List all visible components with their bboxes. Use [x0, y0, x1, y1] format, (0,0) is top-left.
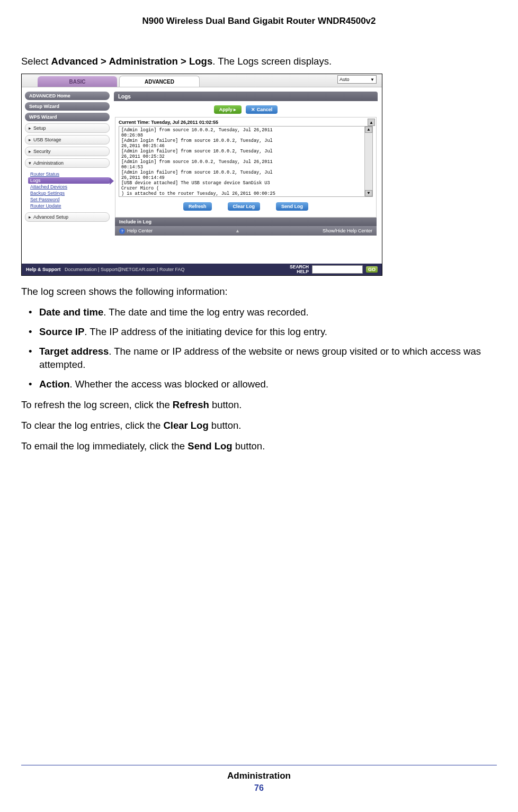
auto-refresh-select[interactable]: Auto ▼: [337, 75, 377, 84]
sidebar-item-setup[interactable]: Setup: [25, 123, 110, 133]
page-footer: Administration 76: [0, 765, 518, 793]
search-input[interactable]: [312, 265, 363, 274]
sidebar-item-label: Administration: [33, 160, 64, 166]
sidebar-advanced-home[interactable]: ADVANCED Home: [25, 92, 110, 100]
sidebar-item-label: USB Storage: [33, 137, 61, 142]
footer-links[interactable]: Documentation | Support@NETGEAR.com | Ro…: [65, 267, 184, 272]
intro-line: Select Advanced > Administration > Logs.…: [21, 56, 497, 67]
bullet-item-action: Action. Whether the access was blocked o…: [21, 378, 497, 391]
include-in-log-bar[interactable]: Include in Log: [115, 218, 377, 226]
help-support-label: Help & Support: [26, 267, 61, 272]
refresh-paragraph: To refresh the log screen, click the Ref…: [21, 399, 497, 412]
footer-bar: Help & Support Documentation | Support@N…: [22, 264, 382, 275]
chevron-right-icon: [29, 125, 33, 131]
bottom-action-row: Refresh Clear Log Send Log: [119, 197, 373, 214]
current-time-label: Current Time: Tuesday, Jul 26,2011 01:02…: [119, 120, 373, 125]
top-action-row: Apply ▸ ✕ Cancel: [114, 101, 378, 117]
sidebar-link-logs[interactable]: Logs: [28, 177, 110, 184]
log-textarea[interactable]: [Admin login] from source 10.0.0.2, Tues…: [119, 126, 373, 197]
sidebar-item-usb-storage[interactable]: USB Storage: [25, 135, 110, 145]
para-pre: To refresh the log screen, click the: [21, 399, 173, 410]
bullet-text: . Whether the access was blocked or allo…: [70, 378, 269, 390]
chevron-right-icon: [29, 214, 33, 220]
chevron-down-icon: [29, 160, 33, 166]
help-center-bar[interactable]: ?Help Center ▲ Show/Hide Help Center: [115, 226, 377, 236]
sidebar-setup-wizard[interactable]: Setup Wizard: [25, 102, 110, 111]
doc-title: N900 Wireless Dual Band Gigabit Router W…: [21, 0, 497, 56]
footer-section: Administration: [0, 771, 518, 781]
para-bold: Clear Log: [163, 420, 208, 431]
auto-refresh-value: Auto: [340, 77, 350, 82]
sidebar-link-backup-settings[interactable]: Backup Settings: [28, 190, 110, 196]
refresh-button[interactable]: Refresh: [183, 202, 212, 211]
bullet-text: . The IP address of the initiating devic…: [84, 326, 327, 337]
scroll-up-icon[interactable]: ▲: [365, 127, 372, 133]
send-paragraph: To email the log immediately, click the …: [21, 440, 497, 453]
chevron-right-icon: [29, 137, 33, 142]
tab-basic[interactable]: BASIC: [38, 76, 117, 87]
sidebar-admin-children: Router Status Logs Attached Devices Back…: [28, 171, 110, 209]
footer-rule: [21, 765, 497, 765]
bullet-text: . The date and time the log entry was re…: [103, 306, 308, 318]
scroll-up-icon[interactable]: ▲: [368, 119, 375, 126]
sidebar-link-attached-devices[interactable]: Attached Devices: [28, 184, 110, 190]
apply-button[interactable]: Apply ▸: [214, 105, 242, 114]
intro-post: . The Logs screen displays.: [212, 56, 332, 67]
chevron-right-icon: [29, 149, 33, 154]
sidebar-item-security[interactable]: Security: [25, 147, 110, 156]
sidebar-link-set-password[interactable]: Set Password: [28, 196, 110, 203]
bullet-item-source-ip: Source IP. The IP address of the initiat…: [21, 326, 497, 339]
bullet-bold: Date and time: [39, 306, 103, 318]
intro-bold: Advanced > Administration > Logs: [51, 56, 213, 67]
para-post: button.: [209, 399, 242, 410]
bullet-list: Date and time. The date and time the log…: [21, 306, 497, 391]
clear-paragraph: To clear the log entries, click the Clea…: [21, 419, 497, 432]
router-screenshot: BASIC ADVANCED Auto ▼ ADVANCED Home Setu…: [21, 74, 382, 276]
main-panel: Logs Apply ▸ ✕ Cancel ▲ Current Time: Tu…: [112, 87, 382, 264]
footer-page-number: 76: [0, 783, 518, 793]
tab-advanced[interactable]: ADVANCED: [119, 76, 200, 87]
bullet-bold: Target address: [39, 346, 109, 357]
sidebar-link-router-status[interactable]: Router Status: [28, 171, 110, 177]
sidebar-item-label: Security: [33, 149, 51, 154]
para-bold: Send Log: [187, 440, 232, 452]
cancel-button[interactable]: ✕ Cancel: [246, 105, 278, 114]
bullet-bold: Source IP: [39, 326, 84, 337]
sidebar-item-label: Setup: [33, 125, 46, 131]
sidebar-link-router-update[interactable]: Router Update: [28, 203, 110, 209]
clear-log-button[interactable]: Clear Log: [228, 202, 261, 211]
after-paragraph: The log screen shows the following infor…: [21, 285, 497, 299]
sidebar-item-advanced-setup[interactable]: Advanced Setup: [25, 212, 110, 222]
tab-bar: BASIC ADVANCED Auto ▼: [22, 74, 382, 87]
para-post: button.: [233, 440, 265, 452]
panel-title: Logs: [114, 92, 378, 101]
go-button[interactable]: GO: [366, 266, 378, 273]
bullet-item-target-address: Target address. The name or IP address o…: [21, 345, 497, 372]
chevron-down-icon: ▼: [370, 77, 374, 82]
help-center-label: Help Center: [127, 228, 153, 233]
sidebar-item-label: Advanced Setup: [33, 214, 68, 220]
sidebar: ADVANCED Home Setup Wizard WPS Wizard Se…: [22, 87, 112, 264]
help-icon: ?: [119, 228, 125, 234]
search-help-label: SEARCH HELP: [290, 265, 309, 274]
intro-pre: Select: [21, 56, 51, 67]
bullet-item-date-time: Date and time. The date and time the log…: [21, 306, 497, 319]
para-pre: To clear the log entries, click the: [21, 420, 163, 431]
log-text: [Admin login] from source 10.0.0.2, Tues…: [121, 128, 275, 197]
show-hide-help-label[interactable]: Show/Hide Help Center: [323, 228, 372, 233]
log-panel: ▲ Current Time: Tuesday, Jul 26,2011 01:…: [115, 117, 377, 218]
chevron-up-icon: ▲: [235, 228, 240, 233]
scrollbar[interactable]: ▲ ▼: [364, 127, 372, 196]
para-post: button.: [209, 420, 242, 431]
sidebar-wps-wizard[interactable]: WPS Wizard: [25, 113, 110, 121]
scroll-down-icon[interactable]: ▼: [365, 190, 372, 196]
para-pre: To email the log immediately, click the: [21, 440, 187, 452]
para-bold: Refresh: [173, 399, 209, 410]
bullet-bold: Action: [39, 378, 70, 390]
send-log-button[interactable]: Send Log: [276, 202, 308, 211]
sidebar-item-administration[interactable]: Administration: [25, 158, 110, 168]
